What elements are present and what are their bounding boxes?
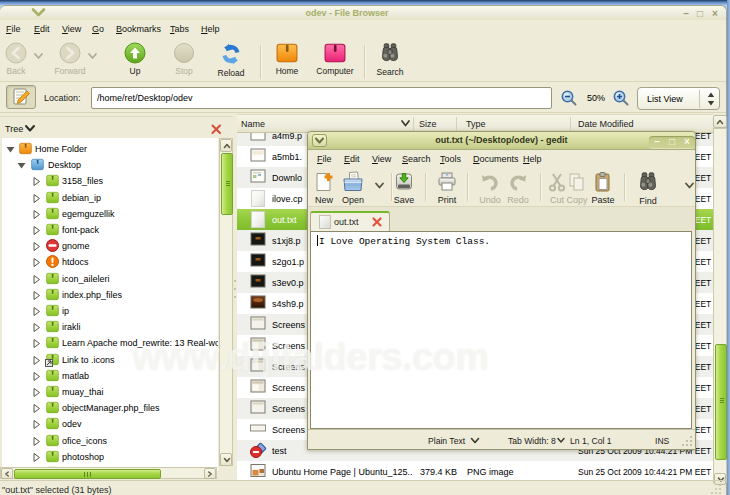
expander-right-icon[interactable]: [32, 291, 41, 300]
expander-down-icon[interactable]: [6, 145, 15, 154]
tree-scroll-up-icon[interactable]: [220, 139, 232, 152]
view-mode-select[interactable]: List View: [637, 87, 720, 110]
tree-item-index-php-files[interactable]: index.php_files: [2, 287, 218, 303]
menu-view[interactable]: View: [62, 24, 81, 34]
expander-right-icon[interactable]: [32, 177, 41, 186]
tree-item-odev[interactable]: odev: [2, 416, 218, 432]
menu-help[interactable]: Help: [201, 24, 220, 34]
gedit-toolbar-print-button[interactable]: Print: [431, 171, 463, 205]
tree-vertical-scrollbar[interactable]: [219, 138, 233, 466]
list-scrollbar-thumb[interactable]: [715, 344, 727, 460]
expander-right-icon[interactable]: [32, 307, 41, 316]
side-pane-close-icon[interactable]: [210, 123, 224, 136]
menu-tools[interactable]: Tools: [440, 154, 461, 164]
tree-item-htdocs[interactable]: htdocs: [2, 254, 218, 270]
tree-scroll-down-icon[interactable]: [220, 453, 232, 466]
gedit-titlebar[interactable]: out.txt (~/Desktop/odev) - gedit – □ ×: [308, 132, 695, 150]
expander-right-icon[interactable]: [32, 275, 41, 284]
tree-item-egemguzellik[interactable]: egemguzellik: [2, 206, 218, 222]
language-select[interactable]: Plain Text: [428, 436, 465, 446]
tree-item-gnome[interactable]: gnome: [2, 238, 218, 254]
tree-scrollbar-thumb[interactable]: [221, 153, 233, 215]
toolbar-reload-button[interactable]: Reload: [209, 42, 253, 78]
zoom-in-icon[interactable]: [612, 89, 630, 109]
tree-item-icon-aileleri[interactable]: icon_aileleri: [2, 271, 218, 287]
menu-tabs[interactable]: Tabs: [170, 24, 189, 34]
minimize-button[interactable]: –: [681, 9, 691, 19]
close-button[interactable]: ×: [710, 9, 720, 19]
menu-help[interactable]: Help: [523, 154, 542, 164]
gedit-toolbar-overflow-icon[interactable]: [684, 181, 695, 192]
expander-right-icon[interactable]: [32, 323, 41, 332]
expander-right-icon[interactable]: [32, 404, 41, 413]
tree-hscrollbar-thumb[interactable]: [14, 469, 161, 479]
expander-right-icon[interactable]: [32, 226, 41, 235]
expander-right-icon[interactable]: [32, 356, 41, 365]
gedit-close-button[interactable]: ×: [680, 136, 694, 148]
expander-right-icon[interactable]: [32, 258, 41, 267]
toolbar-back-dropdown-icon[interactable]: [33, 51, 44, 62]
resize-grip[interactable]: [681, 435, 693, 447]
menu-documents[interactable]: Documents: [473, 154, 519, 164]
zoom-out-icon[interactable]: [560, 89, 578, 109]
gedit-toolbar-open-dropdown-icon[interactable]: [374, 181, 385, 192]
menu-bookmarks[interactable]: Bookmarks: [116, 24, 161, 34]
tree-item-ip[interactable]: ip: [2, 303, 218, 319]
gedit-minimize-button[interactable]: –: [650, 136, 664, 148]
column-separator[interactable]: [456, 117, 457, 132]
toolbar-up-button[interactable]: Up: [118, 42, 152, 76]
maximize-button[interactable]: □: [695, 9, 705, 19]
tree-scroll-right-icon[interactable]: [204, 468, 216, 479]
gedit-toolbar-new-button[interactable]: New: [309, 171, 339, 205]
menu-view[interactable]: View: [372, 154, 391, 164]
toolbar-forward-dropdown-icon[interactable]: [87, 51, 98, 62]
expander-right-icon[interactable]: [32, 388, 41, 397]
toolbar-home-button[interactable]: Home: [266, 42, 308, 76]
column-header-size[interactable]: Size: [419, 119, 437, 129]
tree-item-font-pack[interactable]: font-pack: [2, 222, 218, 238]
tree-item-3158-files[interactable]: 3158_files: [2, 173, 218, 189]
tab-close-icon[interactable]: [371, 216, 384, 228]
expander-right-icon[interactable]: [32, 339, 41, 348]
expander-right-icon[interactable]: [32, 453, 41, 462]
list-scroll-up-icon[interactable]: [713, 115, 727, 128]
expander-right-icon[interactable]: [32, 210, 41, 219]
file-row-ubuntu-home-page-ubuntu-125-[interactable]: Ubuntu Home Page | Ubuntu_125...379.4 KB…: [237, 461, 713, 481]
expander-right-icon[interactable]: [32, 372, 41, 381]
expander-right-icon[interactable]: [32, 242, 41, 251]
column-separator[interactable]: [570, 117, 571, 132]
expander-down-icon[interactable]: [17, 161, 26, 170]
tree-horizontal-scrollbar[interactable]: [0, 467, 217, 479]
tree-view[interactable]: Home FolderDesktop3158_filesdebian_ipege…: [2, 138, 218, 471]
location-input[interactable]: [91, 87, 552, 109]
tree-item-desktop[interactable]: Desktop: [2, 157, 218, 173]
expander-right-icon[interactable]: [32, 194, 41, 203]
toolbar-search-button[interactable]: Search: [368, 42, 412, 77]
menu-search[interactable]: Search: [402, 154, 431, 164]
gedit-maximize-button[interactable]: □: [665, 136, 679, 148]
window-resize-grip[interactable]: [709, 482, 722, 495]
tree-item-muay-thai[interactable]: muay_thai: [2, 384, 218, 400]
column-header-name[interactable]: Name: [241, 119, 265, 129]
gedit-toolbar-save-button[interactable]: Save: [388, 171, 420, 205]
tree-item-debian-ip[interactable]: debian_ip: [2, 190, 218, 206]
column-header-type[interactable]: Type: [466, 119, 486, 129]
gedit-toolbar-open-button[interactable]: Open: [336, 171, 370, 205]
menu-go[interactable]: Go: [92, 24, 104, 34]
gedit-text-area[interactable]: I Love Operating System Class.: [310, 231, 692, 429]
tab-width-select[interactable]: Tab Width: 8: [508, 436, 556, 446]
expander-right-icon[interactable]: [32, 437, 41, 446]
tree-item-home-folder[interactable]: Home Folder: [2, 141, 218, 157]
expander-right-icon[interactable]: [32, 420, 41, 429]
tree-item-photoshop[interactable]: photoshop: [2, 449, 218, 465]
tree-scroll-left-icon[interactable]: [1, 468, 13, 479]
file-browser-titlebar[interactable]: odev - File Browser – □ ×: [0, 6, 726, 20]
side-pane-selector-arrow-icon[interactable]: [24, 124, 36, 135]
menu-edit[interactable]: Edit: [344, 154, 360, 164]
menu-edit[interactable]: Edit: [34, 24, 50, 34]
list-vertical-scrollbar[interactable]: [713, 128, 727, 483]
column-header-date-modified[interactable]: Date Modified: [578, 119, 634, 129]
column-separator[interactable]: [413, 117, 414, 132]
toolbar-computer-button[interactable]: Computer: [309, 42, 361, 76]
tab-out-txt[interactable]: out.txt: [310, 211, 390, 231]
